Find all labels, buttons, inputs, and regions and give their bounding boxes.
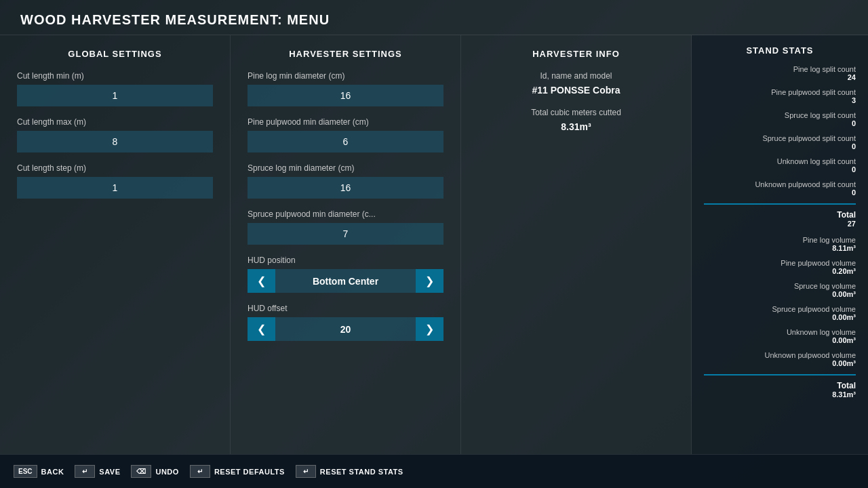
- total1-label: Total: [704, 210, 856, 220]
- esc-key: ESC: [14, 465, 37, 478]
- hud-position-control: ❮ Bottom Center ❯: [248, 269, 443, 293]
- stat-item: Spruce pulpwood volume0.00m³: [704, 305, 856, 321]
- id-name-value: #11 PONSSE Cobra: [478, 85, 674, 96]
- stand-stats-title: STAND STATS: [704, 45, 856, 56]
- cut-length-max-group: Cut length max (m) 8: [17, 117, 213, 152]
- spruce-pulpwood-min-input[interactable]: 7: [248, 223, 443, 245]
- pine-log-min-input[interactable]: 16: [248, 85, 443, 106]
- split-stats-divider: [704, 203, 856, 205]
- harvester-settings-column: HARVESTER SETTINGS Pine log min diameter…: [231, 35, 461, 454]
- content-area: GLOBAL SETTINGS Cut length min (m) 1 Cut…: [0, 35, 868, 454]
- stat-item: Spruce log volume0.00m³: [704, 282, 856, 298]
- stat-item: Pine log volume8.11m³: [704, 236, 856, 252]
- stat-item: Pine log split count24: [704, 65, 856, 81]
- cut-length-step-input[interactable]: 1: [17, 177, 213, 199]
- split-stats-container: Pine log split count24Pine pulpwood spli…: [704, 65, 856, 197]
- undo-button[interactable]: ⌫ UNDO: [131, 465, 178, 478]
- cut-length-step-label: Cut length step (m): [17, 163, 213, 173]
- hud-offset-group: HUD offset ❮ 20 ❯: [248, 304, 443, 341]
- hud-position-left-btn[interactable]: ❮: [248, 269, 275, 293]
- pine-pulpwood-min-input[interactable]: 6: [248, 131, 443, 152]
- stat-item: Spruce log split count0: [704, 111, 856, 127]
- back-button[interactable]: ESC BACK: [14, 465, 64, 478]
- harvester-info-header: HARVESTER INFO: [478, 49, 674, 59]
- stat-item: Unknown log volume0.00m³: [704, 328, 856, 344]
- cut-length-min-group: Cut length min (m) 1: [17, 71, 213, 106]
- hud-offset-right-btn[interactable]: ❯: [416, 317, 443, 341]
- cubic-meters-label: Total cubic meters cutted: [478, 108, 674, 117]
- global-settings-column: GLOBAL SETTINGS Cut length min (m) 1 Cut…: [0, 35, 231, 454]
- pine-pulpwood-min-label: Pine pulpwood min diameter (cm): [248, 117, 443, 127]
- volume-stats-divider: [704, 374, 856, 375]
- spruce-pulpwood-min-label: Spruce pulpwood min diameter (c...: [248, 209, 443, 219]
- hud-offset-left-btn[interactable]: ❮: [248, 317, 275, 341]
- cubic-meters-group: Total cubic meters cutted 8.31m³: [478, 108, 674, 132]
- spruce-log-min-input[interactable]: 16: [248, 177, 443, 199]
- main-panel: WOOD HARVESTER MEASUREMENT: MENU GLOBAL …: [0, 0, 868, 488]
- hud-position-group: HUD position ❮ Bottom Center ❯: [248, 256, 443, 293]
- save-button[interactable]: ↵ SAVE: [75, 465, 120, 478]
- cubic-meters-value: 8.31m³: [478, 121, 674, 132]
- title-bar: WOOD HARVESTER MEASUREMENT: MENU: [0, 0, 868, 35]
- reset-stand-key: ↵: [296, 465, 316, 478]
- cut-length-step-group: Cut length step (m) 1: [17, 163, 213, 199]
- stat-item: Spruce pulpwood split count0: [704, 134, 856, 150]
- harvester-settings-header: HARVESTER SETTINGS: [248, 49, 443, 59]
- spruce-pulpwood-min-group: Spruce pulpwood min diameter (c... 7: [248, 209, 443, 245]
- hud-position-right-btn[interactable]: ❯: [416, 269, 443, 293]
- pine-log-min-group: Pine log min diameter (cm) 16: [248, 71, 443, 106]
- stand-stats-panel: STAND STATS Pine log split count24Pine p…: [692, 35, 868, 454]
- hud-offset-label: HUD offset: [248, 304, 443, 313]
- total2-value: 8.31m³: [704, 390, 856, 399]
- undo-label: UNDO: [155, 468, 178, 476]
- cut-length-max-label: Cut length max (m): [17, 117, 213, 127]
- hud-position-value: Bottom Center: [275, 270, 416, 292]
- back-label: BACK: [41, 468, 64, 476]
- id-name-model-group: Id, name and model #11 PONSSE Cobra: [478, 71, 674, 96]
- stat-item: Pine pulpwood volume0.20m³: [704, 259, 856, 275]
- spruce-log-min-group: Spruce log min diameter (cm) 16: [248, 163, 443, 199]
- harvester-info-column: HARVESTER INFO Id, name and model #11 PO…: [461, 35, 692, 454]
- volume-stats-container: Pine log volume8.11m³Pine pulpwood volum…: [704, 236, 856, 367]
- save-label: SAVE: [99, 468, 120, 476]
- pine-pulpwood-min-group: Pine pulpwood min diameter (cm) 6: [248, 117, 443, 152]
- total2-label: Total: [704, 381, 856, 390]
- stat-item: Unknown log split count0: [704, 157, 856, 174]
- hud-position-label: HUD position: [248, 256, 443, 265]
- spruce-log-min-label: Spruce log min diameter (cm): [248, 163, 443, 173]
- reset-defaults-label: RESET DEFAULTS: [214, 468, 285, 476]
- reset-stand-label: RESET STAND STATS: [320, 468, 403, 476]
- hud-offset-control: ❮ 20 ❯: [248, 317, 443, 341]
- pine-log-min-label: Pine log min diameter (cm): [248, 71, 443, 81]
- page-title: WOOD HARVESTER MEASUREMENT: MENU: [20, 12, 330, 27]
- cut-length-min-input[interactable]: 1: [17, 85, 213, 106]
- reset-defaults-key: ↵: [190, 465, 210, 478]
- bottom-bar: ESC BACK ↵ SAVE ⌫ UNDO ↵ RESET DEFAULTS …: [0, 454, 868, 488]
- global-settings-header: GLOBAL SETTINGS: [17, 49, 213, 59]
- reset-stand-stats-button[interactable]: ↵ RESET STAND STATS: [296, 465, 403, 478]
- cut-length-max-input[interactable]: 8: [17, 131, 213, 152]
- total1-value: 27: [704, 220, 856, 228]
- id-name-label: Id, name and model: [478, 71, 674, 81]
- cut-length-min-label: Cut length min (m): [17, 71, 213, 81]
- stat-item: Pine pulpwood split count3: [704, 88, 856, 104]
- stat-item: Unknown pulpwood volume0.00m³: [704, 351, 856, 367]
- reset-defaults-button[interactable]: ↵ RESET DEFAULTS: [190, 465, 285, 478]
- undo-key: ⌫: [131, 465, 151, 478]
- save-key: ↵: [75, 465, 95, 478]
- hud-offset-value: 20: [275, 319, 416, 340]
- stat-item: Unknown pulpwood split count0: [704, 180, 856, 197]
